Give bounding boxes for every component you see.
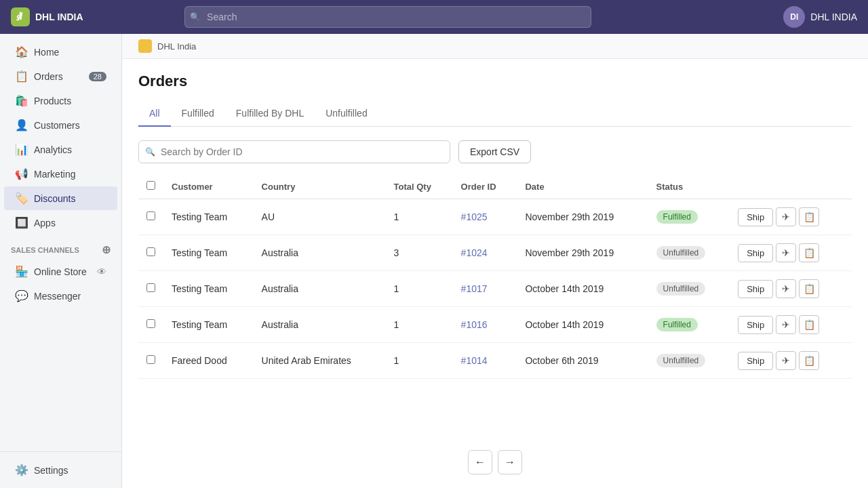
copy-icon-button[interactable]: 📋 (799, 315, 819, 334)
row-checkbox-2[interactable] (146, 283, 155, 292)
order-link-#1017[interactable]: #1017 (461, 283, 488, 294)
tab-fulfilled[interactable]: Fulfilled (171, 101, 225, 127)
status-badge: Unfulfilled (656, 246, 706, 260)
tab-all[interactable]: All (138, 101, 171, 127)
plane-icon-button[interactable]: ✈ (776, 315, 796, 334)
ship-button[interactable]: Ship (738, 208, 773, 226)
home-icon: 🏠 (15, 45, 27, 58)
orders-badge: 28 (89, 72, 106, 81)
row-checkbox-1[interactable] (146, 247, 155, 256)
next-page-button[interactable]: → (498, 450, 522, 474)
copy-icon-button[interactable]: 📋 (799, 243, 819, 262)
cell-country: Australia (254, 271, 386, 307)
select-all-checkbox[interactable] (146, 181, 155, 190)
sidebar: 🏠 Home 📋 Orders 28 🛍️ Products 👤 Custome… (0, 34, 122, 488)
plane-icon-button[interactable]: ✈ (776, 351, 796, 370)
order-link-#1024[interactable]: #1024 (461, 247, 488, 258)
sidebar-item-settings[interactable]: ⚙️ Settings (4, 458, 117, 482)
status-badge: Fulfilled (656, 210, 698, 224)
cell-order-id: #1014 (453, 343, 517, 379)
cell-actions: Ship ✈ 📋 (730, 235, 852, 271)
sidebar-label-home: Home (34, 47, 59, 58)
sales-channels-header: SALES CHANNELS ⊕ (0, 235, 121, 259)
ship-button[interactable]: Ship (738, 316, 773, 334)
prev-page-button[interactable]: ← (468, 450, 492, 474)
col-header-date: Date (517, 174, 648, 199)
order-link-#1016[interactable]: #1016 (461, 319, 488, 330)
cell-status: Unfulfilled (648, 343, 730, 379)
plane-icon-button[interactable]: ✈ (776, 279, 796, 298)
tab-unfulfilled[interactable]: Unfulfilled (315, 101, 378, 127)
cell-date: October 6th 2019 (517, 343, 648, 379)
sidebar-item-marketing[interactable]: 📢 Marketing (4, 162, 117, 186)
sidebar-item-messenger[interactable]: 💬 Messenger (4, 284, 117, 308)
cell-qty: 1 (386, 199, 453, 235)
messenger-icon: 💬 (15, 289, 27, 302)
sidebar-item-customers[interactable]: 👤 Customers (4, 113, 117, 137)
avatar: DI (783, 6, 805, 28)
sidebar-item-online-store[interactable]: 🏪 Online Store 👁 (4, 260, 117, 283)
plane-icon-button[interactable]: ✈ (776, 243, 796, 262)
order-link-#1014[interactable]: #1014 (461, 355, 488, 366)
add-sales-channel-icon[interactable]: ⊕ (102, 243, 111, 256)
pagination: ← → (122, 436, 868, 488)
cell-actions: Ship ✈ 📋 (730, 307, 852, 343)
sidebar-item-home[interactable]: 🏠 Home (4, 40, 117, 64)
copy-icon-button[interactable]: 📋 (799, 279, 819, 298)
orders-table: Customer Country Total Qty Order ID Date… (138, 174, 852, 379)
cell-date: October 14th 2019 (517, 307, 648, 343)
cell-qty: 1 (386, 307, 453, 343)
status-badge: Fulfilled (656, 318, 698, 331)
cell-order-id: #1017 (453, 271, 517, 307)
products-icon: 🛍️ (15, 94, 27, 107)
copy-icon-button[interactable]: 📋 (799, 207, 819, 226)
cell-qty: 1 (386, 271, 453, 307)
copy-icon-button[interactable]: 📋 (799, 351, 819, 370)
cell-actions: Ship ✈ 📋 (730, 271, 852, 307)
top-search-input[interactable] (184, 6, 591, 28)
order-search-input[interactable] (138, 140, 450, 163)
table-row: Testing Team Australia 1 #1017 October 1… (138, 271, 852, 307)
table-row: Testing Team Australia 1 #1016 October 1… (138, 307, 852, 343)
brand-logo[interactable]: DHL INDIA (11, 7, 83, 26)
page-title: Orders (138, 73, 852, 90)
user-menu[interactable]: DI DHL INDIA (783, 6, 857, 28)
table-row: Testing Team Australia 3 #1024 November … (138, 235, 852, 271)
ship-button[interactable]: Ship (738, 280, 773, 298)
order-search-wrapper (138, 140, 450, 163)
shopify-icon (11, 7, 30, 26)
cell-country: United Arab Emirates (254, 343, 386, 379)
row-checkbox-3[interactable] (146, 319, 155, 328)
sidebar-item-apps[interactable]: 🔲 Apps (4, 211, 117, 235)
export-csv-button[interactable]: Export CSV (458, 140, 531, 163)
sidebar-label-messenger: Messenger (34, 291, 81, 302)
cell-customer: Testing Team (163, 307, 254, 343)
sidebar-label-products: Products (34, 96, 71, 106)
sidebar-item-products[interactable]: 🛍️ Products (4, 89, 117, 113)
cell-date: October 14th 2019 (517, 271, 648, 307)
sidebar-label-settings: Settings (34, 465, 68, 476)
row-checkbox-0[interactable] (146, 211, 155, 220)
breadcrumb-store-name: DHL India (157, 41, 196, 52)
tab-fulfilled-by-dhl[interactable]: Fulfilled By DHL (225, 101, 315, 127)
order-link-#1025[interactable]: #1025 (461, 211, 488, 222)
row-checkbox-4[interactable] (146, 355, 155, 364)
top-nav: DHL INDIA DI DHL INDIA (0, 0, 868, 34)
ship-button[interactable]: Ship (738, 352, 773, 370)
discounts-icon: 🏷️ (15, 192, 27, 205)
cell-customer: Fareed Dood (163, 343, 254, 379)
eye-icon[interactable]: 👁 (97, 266, 106, 277)
sidebar-label-orders: Orders (34, 71, 63, 82)
sidebar-item-orders[interactable]: 📋 Orders 28 (4, 64, 117, 88)
table-row: Fareed Dood United Arab Emirates 1 #1014… (138, 343, 852, 379)
ship-button[interactable]: Ship (738, 244, 773, 262)
sidebar-item-discounts[interactable]: 🏷️ Discounts (4, 186, 117, 210)
cell-status: Fulfilled (648, 307, 730, 343)
col-header-total-qty: Total Qty (386, 174, 453, 199)
plane-icon-button[interactable]: ✈ (776, 207, 796, 226)
cell-order-id: #1016 (453, 307, 517, 343)
marketing-icon: 📢 (15, 167, 27, 180)
apps-icon: 🔲 (15, 216, 27, 229)
sidebar-item-analytics[interactable]: 📊 Analytics (4, 138, 117, 161)
toolbar: Export CSV (138, 140, 852, 163)
